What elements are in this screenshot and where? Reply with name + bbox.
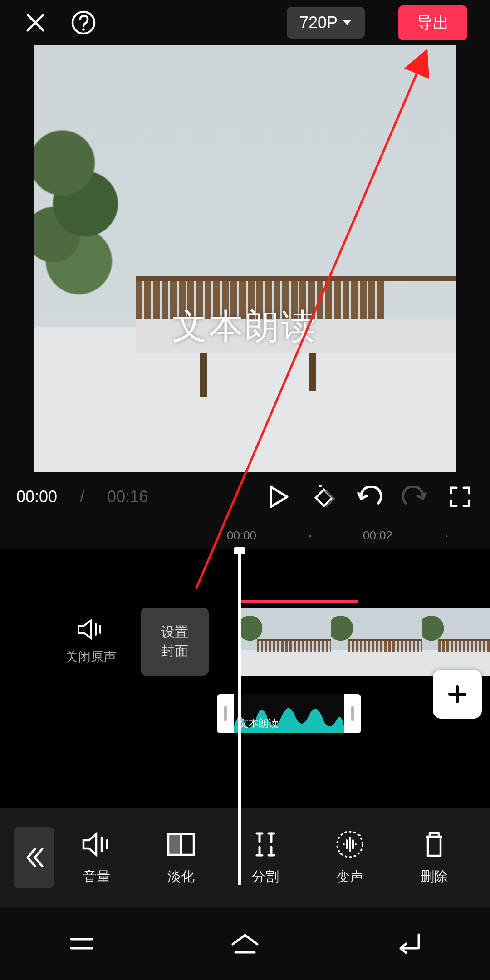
ruler-mark: 00:00 bbox=[227, 529, 256, 543]
clip-thumb bbox=[240, 608, 331, 676]
volume-tool[interactable]: 音量 bbox=[81, 829, 113, 886]
voice-change-icon bbox=[335, 829, 365, 859]
audio-waveform: 文本朗读 bbox=[234, 694, 344, 733]
keyframe-icon bbox=[311, 484, 337, 510]
voice-change-tool[interactable]: 变声 bbox=[334, 829, 366, 886]
audio-clip-label: 文本朗读 bbox=[239, 717, 279, 730]
redo-button[interactable] bbox=[401, 483, 428, 510]
preview-bg-tree bbox=[34, 122, 127, 327]
text-overlay[interactable]: 文本朗读 bbox=[172, 304, 318, 350]
keyframe-button[interactable] bbox=[310, 483, 338, 510]
play-icon bbox=[268, 485, 289, 509]
timeline-ruler[interactable]: 00:00 · 00:02 · bbox=[0, 522, 490, 549]
close-icon bbox=[24, 11, 47, 34]
total-time: 00:16 bbox=[107, 487, 148, 506]
speaker-icon bbox=[77, 617, 105, 641]
help-icon bbox=[71, 10, 96, 35]
tool-label: 音量 bbox=[83, 867, 110, 886]
system-nav-bar bbox=[0, 907, 490, 980]
play-button[interactable] bbox=[265, 483, 292, 510]
clip-handle-left[interactable] bbox=[217, 694, 234, 733]
help-button[interactable] bbox=[71, 10, 96, 35]
split-icon bbox=[253, 831, 278, 858]
fullscreen-button[interactable] bbox=[446, 483, 474, 510]
svg-point-1 bbox=[82, 28, 85, 31]
cover-button-label: 设置 封面 bbox=[161, 622, 188, 661]
nav-back-button[interactable] bbox=[390, 926, 426, 962]
fade-tool[interactable]: 淡化 bbox=[165, 829, 197, 886]
video-preview[interactable]: 文本朗读 bbox=[34, 45, 456, 472]
trash-icon bbox=[421, 830, 447, 858]
plus-icon bbox=[446, 683, 469, 706]
ruler-mark: 00:02 bbox=[363, 529, 392, 543]
split-tool[interactable]: 分割 bbox=[250, 829, 281, 886]
mute-original-button[interactable] bbox=[54, 617, 127, 643]
mute-label: 关闭原声 bbox=[54, 648, 127, 666]
delete-tool[interactable]: 删除 bbox=[418, 829, 450, 886]
playhead[interactable] bbox=[238, 549, 241, 885]
tool-label: 变声 bbox=[336, 867, 363, 886]
add-clip-button[interactable] bbox=[433, 670, 482, 719]
ruler-dot: · bbox=[445, 529, 448, 543]
export-label: 导出 bbox=[416, 13, 449, 32]
menu-icon bbox=[68, 934, 96, 954]
clip-thumb bbox=[331, 608, 422, 676]
undo-icon bbox=[357, 486, 382, 508]
resolution-label: 720P bbox=[299, 13, 338, 32]
clip-thumb bbox=[422, 608, 490, 676]
close-button[interactable] bbox=[23, 10, 48, 35]
time-separator: / bbox=[75, 487, 89, 506]
resolution-selector[interactable]: 720P bbox=[287, 7, 365, 39]
ruler-dot: · bbox=[309, 529, 312, 543]
set-cover-button[interactable]: 设置 封面 bbox=[141, 608, 209, 676]
current-time: 00:00 bbox=[16, 487, 57, 506]
tool-label: 淡化 bbox=[167, 867, 195, 886]
nav-home-button[interactable] bbox=[227, 926, 263, 962]
nav-menu-button[interactable] bbox=[64, 926, 100, 962]
fade-icon bbox=[166, 831, 196, 858]
clip-handle-right[interactable] bbox=[344, 694, 361, 733]
collapse-tools-button[interactable] bbox=[14, 827, 54, 888]
video-clip[interactable] bbox=[240, 608, 490, 676]
tool-label: 删除 bbox=[421, 867, 448, 886]
svg-rect-3 bbox=[169, 834, 181, 854]
video-track: 关闭原声 设置 封面 bbox=[0, 606, 490, 677]
chevron-down-icon bbox=[342, 19, 352, 26]
back-icon bbox=[393, 933, 423, 955]
home-icon bbox=[229, 931, 261, 956]
tool-label: 分割 bbox=[252, 867, 279, 886]
speaker-icon bbox=[81, 831, 113, 858]
export-button[interactable]: 导出 bbox=[398, 5, 467, 40]
fullscreen-icon bbox=[449, 486, 471, 508]
undo-button[interactable] bbox=[356, 483, 383, 510]
redo-icon bbox=[402, 486, 427, 508]
selection-indicator bbox=[240, 600, 358, 603]
chevron-double-left-icon bbox=[24, 846, 44, 869]
